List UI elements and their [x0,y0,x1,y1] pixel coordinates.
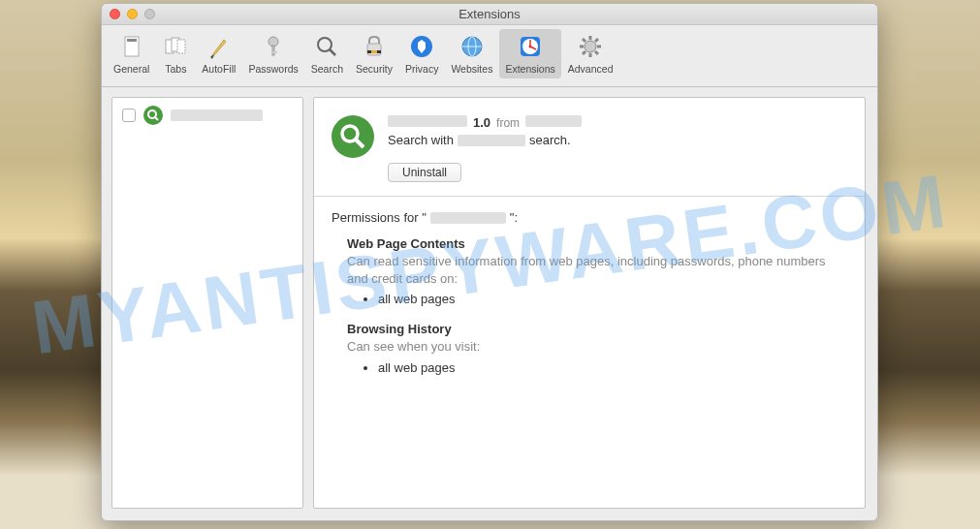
tab-label: Security [356,63,393,75]
extension-list-item[interactable] [112,98,302,133]
svg-line-28 [583,51,585,54]
permission-list: all web pages [378,360,847,375]
desc-prefix: Search with [388,133,454,147]
svg-rect-13 [377,50,381,53]
extension-details: 1.0 from Search with search. Uninstall P… [313,97,866,509]
tab-autofill[interactable]: AutoFill [196,29,241,78]
tab-label: Privacy [405,63,438,75]
svg-point-21 [585,41,596,52]
svg-line-26 [583,39,585,42]
tab-search[interactable]: Search [305,29,349,78]
extension-name-redacted [388,115,467,127]
permissions-section: Permissions for " ": Web Page Contents C… [314,197,865,404]
tab-passwords[interactable]: Passwords [242,29,303,78]
autofill-icon [205,33,233,60]
permission-browsing-history: Browsing History Can see when you visit:… [347,322,847,374]
close-button[interactable] [110,9,120,19]
permission-heading: Browsing History [347,322,847,336]
svg-rect-7 [272,51,277,53]
svg-line-33 [356,140,364,147]
window-title: Extensions [102,7,877,21]
details-header-text: 1.0 from Search with search. Uninstall [388,115,847,182]
from-label: from [496,116,520,130]
tab-extensions[interactable]: Extensions [499,29,560,78]
traffic-lights [110,9,155,19]
permission-heading: Web Page Contents [347,236,847,251]
tab-label: Passwords [248,63,298,75]
permission-description: Can see when you visit: [347,338,847,356]
content-area: 1.0 from Search with search. Uninstall P… [102,87,877,520]
svg-rect-6 [272,46,274,55]
tabs-icon [162,33,189,60]
tab-tabs[interactable]: Tabs [156,29,195,78]
svg-line-31 [155,117,158,120]
search-icon [313,33,340,60]
tab-label: General [113,63,149,75]
preferences-window: Extensions General Tabs AutoFill Passwor… [101,3,878,521]
websites-icon [458,33,486,60]
toolbar: General Tabs AutoFill Passwords Search [102,25,877,87]
svg-line-27 [595,51,598,54]
passwords-icon [260,33,287,60]
desc-suffix: search. [529,133,571,147]
tab-general[interactable]: General [108,29,155,78]
svg-rect-1 [127,39,137,42]
perm-title-prefix: Permissions for " [332,210,427,225]
details-header: 1.0 from Search with search. Uninstall [314,98,865,196]
extension-icon-large [332,115,374,158]
extensions-icon [517,33,544,60]
privacy-icon [408,33,435,60]
extension-enable-checkbox[interactable] [122,109,136,122]
uninstall-button[interactable]: Uninstall [388,163,461,182]
permission-description: Can read sensitive information from web … [347,253,847,288]
permission-web-page-contents: Web Page Contents Can read sensitive inf… [347,236,847,306]
svg-point-20 [529,46,532,48]
extension-author-redacted [525,115,582,127]
minimize-button[interactable] [127,9,138,19]
tab-label: Websites [451,63,492,75]
titlebar: Extensions [102,4,877,25]
tab-label: Tabs [165,63,186,75]
permissions-title: Permissions for " ": [332,210,847,225]
svg-point-30 [148,110,156,118]
desc-name-redacted [458,135,525,146]
permission-item: all web pages [378,292,847,306]
extension-version: 1.0 [473,115,490,130]
general-icon [118,33,145,60]
svg-line-29 [595,39,598,42]
svg-rect-4 [177,40,185,53]
tab-advanced[interactable]: Advanced [562,29,619,78]
svg-rect-12 [367,50,371,53]
extension-description: Search with search. [388,133,847,147]
svg-point-8 [318,38,332,51]
advanced-icon [577,33,604,60]
extension-title-row: 1.0 from [388,115,847,130]
permission-list: all web pages [378,292,847,306]
tab-label: AutoFill [202,63,236,75]
perm-title-suffix: ": [510,210,518,225]
svg-rect-10 [367,44,381,55]
extension-name-redacted [171,109,263,121]
svg-line-9 [330,49,335,55]
permission-item: all web pages [378,360,847,375]
tab-label: Extensions [505,63,554,75]
tab-security[interactable]: Security [350,29,398,78]
perm-name-redacted [430,212,506,224]
zoom-button[interactable] [144,9,155,19]
tab-websites[interactable]: Websites [445,29,498,78]
svg-point-32 [342,126,358,141]
tab-label: Advanced [568,63,614,75]
tab-privacy[interactable]: Privacy [399,29,444,78]
extensions-sidebar [111,97,303,509]
tab-label: Search [311,63,343,75]
extension-icon-small [143,106,163,125]
security-icon [361,33,388,60]
